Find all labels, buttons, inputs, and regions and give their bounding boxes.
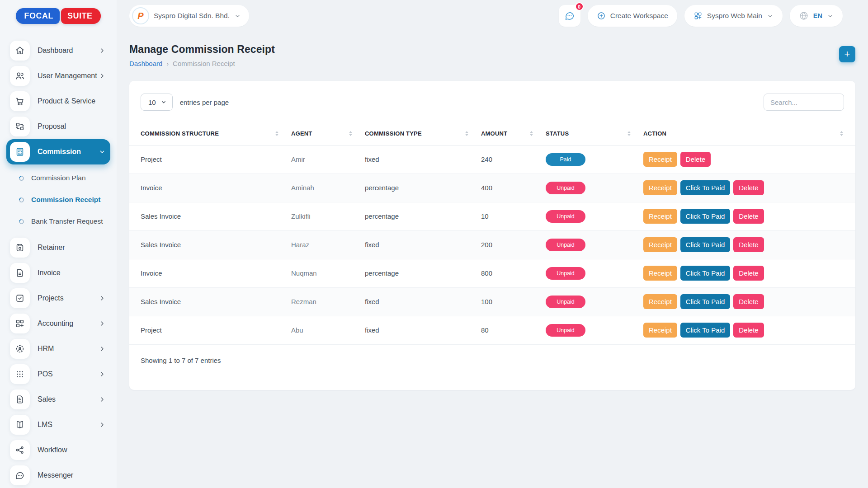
share-icon <box>10 440 30 460</box>
sidebar-item-hrm[interactable]: HRM <box>6 336 110 361</box>
language-selector[interactable]: EN <box>790 5 843 27</box>
column-header-status[interactable]: STATUS <box>546 122 643 145</box>
action-button-click-to-paid[interactable]: Click To Paid <box>680 323 730 338</box>
action-button-receipt[interactable]: Receipt <box>643 152 677 167</box>
action-button-delete[interactable]: Delete <box>733 266 764 281</box>
messages-button[interactable]: 0 <box>559 5 580 27</box>
sidebar-item-projects[interactable]: Projects <box>6 286 110 311</box>
entries-select[interactable]: 10 <box>141 94 173 111</box>
calculator-icon <box>10 142 30 162</box>
dots-icon <box>10 364 30 384</box>
action-button-receipt[interactable]: Receipt <box>643 209 677 224</box>
sidebar-item-label: User Management <box>38 72 99 80</box>
sidebar-item-commission[interactable]: Commission <box>6 139 110 164</box>
plus-circle-icon <box>597 11 606 20</box>
action-button-receipt[interactable]: Receipt <box>643 323 677 338</box>
app-root: FOCAL SUITE Dashboard User Management Pr… <box>0 0 868 488</box>
action-button-delete[interactable]: Delete <box>733 323 764 338</box>
chevron-right-icon <box>99 345 106 352</box>
sidebar-subitem-bank-transfer-request[interactable]: Bank Transfer Request <box>6 211 110 232</box>
sidebar-item-accounting[interactable]: Accounting <box>6 311 110 336</box>
cell-structure: Project <box>129 316 291 344</box>
action-button-delete[interactable]: Delete <box>733 237 764 252</box>
column-header-agent[interactable]: AGENT <box>291 122 365 145</box>
sidebar-item-proposal[interactable]: Proposal <box>6 114 110 139</box>
sidebar-item-messenger[interactable]: Messenger <box>6 463 110 488</box>
cell-agent: Amir <box>291 145 365 174</box>
column-header-commission-type[interactable]: COMMISSION TYPE <box>365 122 481 145</box>
workspace-selector[interactable]: P Syspro Digital Sdn. Bhd. <box>129 5 249 27</box>
brand-logo[interactable]: FOCAL SUITE <box>0 0 117 32</box>
sidebar-item-label: Product & Service <box>38 97 106 105</box>
cell-type: percentage <box>365 202 481 230</box>
sidebar-subitem-commission-receipt[interactable]: Commission Receipt <box>6 189 110 211</box>
sidebar-item-user-management[interactable]: User Management <box>6 63 110 89</box>
sidebar-item-lms[interactable]: LMS <box>6 412 110 437</box>
sidebar-item-label: Workflow <box>38 446 106 454</box>
sidebar-item-invoice[interactable]: Invoice <box>6 260 110 286</box>
cell-status: Unpaid <box>546 202 643 230</box>
cell-structure: Sales Invoice <box>129 202 291 230</box>
action-button-click-to-paid[interactable]: Click To Paid <box>680 294 730 309</box>
action-button-receipt[interactable]: Receipt <box>643 266 677 281</box>
action-button-receipt[interactable]: Receipt <box>643 180 677 195</box>
sidebar-item-sales[interactable]: Sales <box>6 387 110 412</box>
add-receipt-button[interactable]: + <box>839 46 855 62</box>
messages-badge: 0 <box>575 2 584 11</box>
table-controls: 10 entries per page <box>129 81 855 113</box>
cart-icon <box>10 91 30 111</box>
sort-icon <box>348 130 353 137</box>
sidebar-subitem-label: Bank Transfer Request <box>31 217 103 225</box>
sidebar-item-product-service[interactable]: Product & Service <box>6 89 110 114</box>
breadcrumb-link-dashboard[interactable]: Dashboard <box>129 60 162 67</box>
cell-agent: Nuqman <box>291 259 365 287</box>
column-header-commission-structure[interactable]: COMMISSION STRUCTURE <box>129 122 291 145</box>
sidebar-item-pos[interactable]: POS <box>6 361 110 387</box>
cell-structure: Invoice <box>129 259 291 287</box>
cell-actions: ReceiptDelete <box>643 145 855 174</box>
entries-value: 10 <box>148 99 156 106</box>
action-button-click-to-paid[interactable]: Click To Paid <box>680 209 730 224</box>
action-button-delete[interactable]: Delete <box>680 152 711 167</box>
cell-amount: 240 <box>481 145 546 174</box>
save-icon <box>10 238 30 258</box>
cell-structure: Sales Invoice <box>129 230 291 259</box>
column-label: STATUS <box>546 130 569 137</box>
invoice-icon <box>10 263 30 283</box>
entries-label: entries per page <box>180 99 229 106</box>
column-header-amount[interactable]: AMOUNT <box>481 122 546 145</box>
cell-structure: Invoice <box>129 174 291 202</box>
cell-status: Unpaid <box>546 230 643 259</box>
create-workspace-button[interactable]: Create Workspace <box>588 5 677 27</box>
breadcrumb: Dashboard › Commission Receipt <box>129 60 275 67</box>
chevron-right-icon <box>99 72 106 80</box>
search-input[interactable] <box>764 94 844 111</box>
sidebar-item-label: Retainer <box>38 244 106 252</box>
action-button-click-to-paid[interactable]: Click To Paid <box>680 237 730 252</box>
action-button-delete[interactable]: Delete <box>733 209 764 224</box>
cell-agent: Aminah <box>291 174 365 202</box>
cell-status: Unpaid <box>546 259 643 287</box>
action-button-click-to-paid[interactable]: Click To Paid <box>680 266 730 281</box>
sidebar-item-retainer[interactable]: Retainer <box>6 235 110 260</box>
action-button-delete[interactable]: Delete <box>733 294 764 309</box>
cell-agent: Rezman <box>291 287 365 316</box>
chevron-right-icon <box>99 421 106 428</box>
cell-type: fixed <box>365 145 481 174</box>
chevron-down-icon <box>160 99 167 105</box>
sidebar-item-dashboard[interactable]: Dashboard <box>6 38 110 63</box>
main-column: P Syspro Digital Sdn. Bhd. 0 Create Work… <box>117 0 868 488</box>
action-button-receipt[interactable]: Receipt <box>643 294 677 309</box>
users-icon <box>10 66 30 86</box>
action-button-receipt[interactable]: Receipt <box>643 237 677 252</box>
sidebar-subitem-commission-plan[interactable]: Commission Plan <box>6 167 110 189</box>
bullet-icon <box>18 218 25 225</box>
action-button-delete[interactable]: Delete <box>733 180 764 195</box>
sidebar-item-label: Commission <box>38 148 99 156</box>
column-label: AGENT <box>291 130 312 137</box>
column-header-action[interactable]: ACTION <box>643 122 855 145</box>
action-button-click-to-paid[interactable]: Click To Paid <box>680 180 730 195</box>
workspace-menu-button[interactable]: Syspro Web Main <box>684 5 783 27</box>
cell-type: percentage <box>365 174 481 202</box>
sidebar-item-workflow[interactable]: Workflow <box>6 437 110 463</box>
